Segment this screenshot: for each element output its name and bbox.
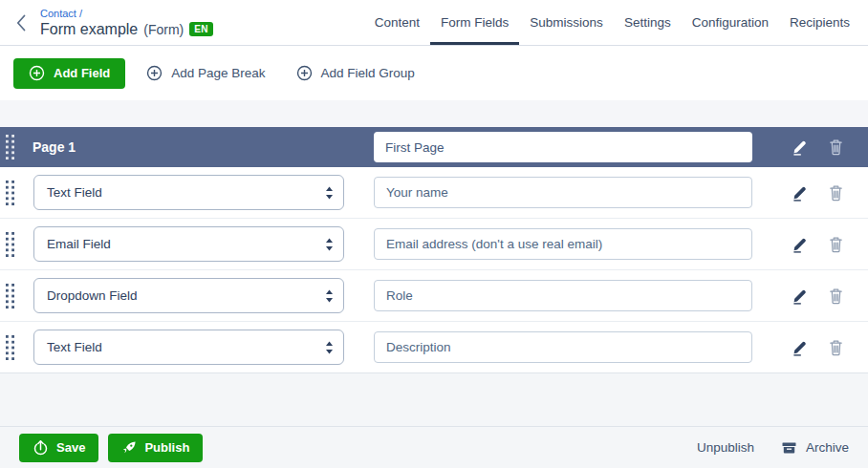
add-field-label: Add Field xyxy=(54,66,110,80)
field-type-value: Dropdown Field xyxy=(47,288,138,303)
upload-icon xyxy=(33,439,49,456)
publish-button[interactable]: Publish xyxy=(108,434,203,462)
drag-handle-icon[interactable] xyxy=(6,284,15,308)
field-rows: Text Field Email Field xyxy=(0,167,868,372)
field-row-1: Text Field xyxy=(0,167,868,219)
edit-page-button[interactable] xyxy=(791,138,809,157)
trash-icon xyxy=(828,184,844,202)
header-left: Contact / Form example (Form) EN xyxy=(11,0,213,45)
field-type-value: Text Field xyxy=(47,185,102,200)
page-title-type: (Form) xyxy=(143,22,184,37)
tab-bar: Content Form Fields Submissions Settings… xyxy=(364,0,868,45)
field-type-value: Text Field xyxy=(47,340,102,354)
drag-handle-icon[interactable] xyxy=(6,335,15,360)
header: Contact / Form example (Form) EN Content… xyxy=(0,0,868,46)
edit-field-button[interactable] xyxy=(791,338,809,356)
footer-bar: Save Publish Unpublish Archive xyxy=(0,426,868,468)
edit-field-button[interactable] xyxy=(791,235,809,253)
edit-field-button[interactable] xyxy=(791,287,809,305)
add-field-group-label: Add Field Group xyxy=(321,66,415,80)
field-type-select[interactable]: Text Field xyxy=(33,330,344,365)
archive-icon xyxy=(781,440,797,456)
delete-field-button[interactable] xyxy=(828,287,844,305)
trash-icon xyxy=(828,287,844,305)
tab-settings[interactable]: Settings xyxy=(614,0,682,45)
add-field-button[interactable]: Add Field xyxy=(13,58,125,89)
unpublish-link[interactable]: Unpublish xyxy=(697,440,754,455)
breadcrumb[interactable]: Contact / xyxy=(40,8,213,19)
select-spinner-icon xyxy=(325,341,334,354)
save-label: Save xyxy=(56,440,85,455)
footer-right: Unpublish Archive xyxy=(697,440,849,456)
field-label-input[interactable] xyxy=(374,228,752,260)
locale-badge: EN xyxy=(189,22,213,36)
field-label-input[interactable] xyxy=(374,280,752,311)
drag-handle-icon[interactable] xyxy=(6,181,15,205)
add-page-break-button[interactable]: Add Page Break xyxy=(137,58,274,89)
drag-handle-icon[interactable] xyxy=(6,232,15,257)
page-section-title: Page 1 xyxy=(33,139,76,155)
tab-content[interactable]: Content xyxy=(364,0,430,45)
save-button[interactable]: Save xyxy=(19,434,98,462)
title-block: Contact / Form example (Form) EN xyxy=(40,8,213,38)
rocket-icon xyxy=(121,440,137,456)
field-type-select[interactable]: Text Field xyxy=(33,175,344,210)
pencil-icon xyxy=(791,287,809,305)
page-section-bar: Page 1 xyxy=(0,127,868,167)
pencil-icon xyxy=(791,183,809,202)
pencil-icon xyxy=(791,338,809,356)
field-type-select[interactable]: Dropdown Field xyxy=(33,278,344,313)
title-line: Form example (Form) EN xyxy=(40,21,213,38)
field-type-value: Email Field xyxy=(47,237,111,251)
edit-field-button[interactable] xyxy=(791,183,809,202)
plus-circle-icon xyxy=(29,65,45,81)
archive-button[interactable]: Archive xyxy=(781,440,849,456)
field-label-input[interactable] xyxy=(374,331,752,363)
content-bottom-spacer xyxy=(0,372,868,426)
field-type-select[interactable]: Email Field xyxy=(33,226,344,262)
delete-field-button[interactable] xyxy=(828,236,844,253)
pencil-icon xyxy=(791,138,809,157)
field-label-input[interactable] xyxy=(374,177,752,208)
toolbar: Add Field Add Page Break Add Field Group xyxy=(0,46,868,100)
plus-circle-icon xyxy=(146,65,163,81)
form-builder-app: Contact / Form example (Form) EN Content… xyxy=(0,0,868,468)
trash-icon xyxy=(828,339,844,356)
select-spinner-icon xyxy=(325,238,334,251)
back-button[interactable] xyxy=(11,0,31,45)
delete-field-button[interactable] xyxy=(828,184,844,202)
delete-field-button[interactable] xyxy=(828,339,844,356)
delete-page-button[interactable] xyxy=(828,138,844,156)
trash-icon xyxy=(828,236,844,253)
plus-circle-icon xyxy=(296,65,313,81)
select-spinner-icon xyxy=(325,289,334,303)
tab-recipients[interactable]: Recipients xyxy=(779,0,860,45)
add-page-break-label: Add Page Break xyxy=(171,66,265,80)
add-field-group-button[interactable]: Add Field Group xyxy=(287,58,424,89)
publish-label: Publish xyxy=(144,440,189,455)
drag-handle-icon[interactable] xyxy=(6,135,15,160)
spacer-strip xyxy=(0,100,868,127)
trash-icon xyxy=(828,138,844,156)
archive-label: Archive xyxy=(806,440,849,455)
field-row-2: Email Field xyxy=(0,219,868,270)
field-row-4: Text Field xyxy=(0,322,868,372)
tab-configuration[interactable]: Configuration xyxy=(682,0,779,45)
pencil-icon xyxy=(791,235,809,253)
chevron-left-icon xyxy=(16,14,26,32)
field-row-3: Dropdown Field xyxy=(0,270,868,322)
tab-form-fields[interactable]: Form Fields xyxy=(430,0,519,45)
page-title: Form example xyxy=(40,21,138,38)
page-name-input[interactable] xyxy=(374,132,752,162)
tab-submissions[interactable]: Submissions xyxy=(519,0,614,45)
select-spinner-icon xyxy=(325,186,334,200)
